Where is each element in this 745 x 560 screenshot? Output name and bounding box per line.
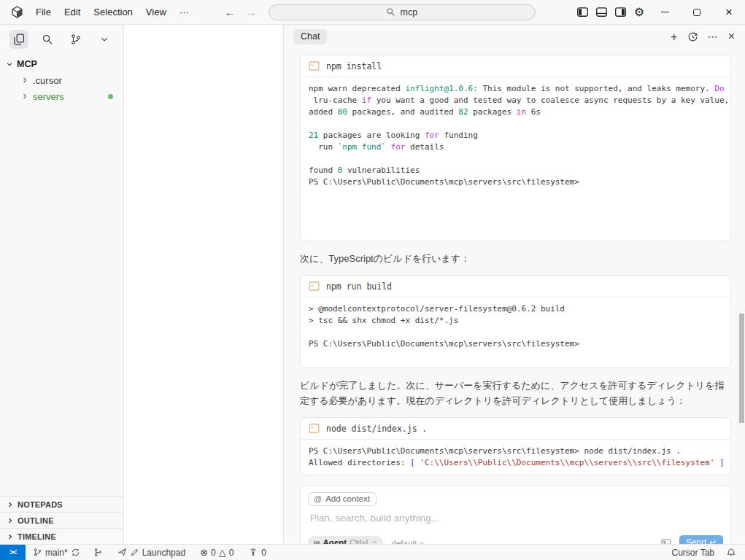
tree-root-mcp[interactable]: MCP [0,56,123,72]
infinity-icon: ∞ [314,537,320,544]
toggle-panel-left-icon[interactable] [573,3,592,22]
search-box[interactable]: mcp [269,4,536,20]
file-tree: MCP .cursor servers [0,56,123,104]
terminal-command: npm install [326,61,382,71]
chevron-down-icon[interactable] [95,30,114,49]
chat-scrollbar-thumb[interactable] [739,314,744,423]
terminal-card-header: npm install [301,55,730,77]
git-added-dot [108,94,113,99]
terminal-icon [309,423,320,434]
launchpad-button[interactable]: Launchpad [113,545,190,560]
terminal-output: > @modelcontextprotocol/server-filesyste… [301,298,730,368]
toggle-panel-right-icon[interactable] [611,3,630,22]
chat-input-box[interactable]: @ Add context Plan, search, build anythi… [300,485,731,544]
terminal-icon [309,281,320,292]
chevron-up-icon [419,540,425,545]
explorer-icon[interactable] [9,30,28,49]
menu-file[interactable]: File [29,4,58,20]
ports-status[interactable]: 0 [244,545,271,560]
terminal-card-header: npm run build [301,276,730,298]
close-chat-icon[interactable]: × [728,31,735,42]
assistant-message-text: ビルドが完了しました。次に、サーバーを実行するために、アクセスを許可するディレク… [300,378,731,408]
history-icon[interactable] [687,31,698,42]
menu-[interactable]: ··· [173,4,196,20]
tree-item-cursor[interactable]: .cursor [0,72,123,88]
menu-view[interactable]: View [139,4,173,20]
add-context-label: Add context [325,494,370,503]
section-outline[interactable]: OUTLINE [0,512,123,528]
agent-label: Agent [323,538,347,544]
chevron-right-icon [6,516,15,525]
root-folder-label: MCP [17,59,37,69]
chat-messages: npm installnpm warn deprecated inflight@… [300,55,731,475]
more-options-icon[interactable]: ⋯ [708,31,719,42]
model-picker[interactable]: default [392,539,425,545]
close-button[interactable]: × [713,0,745,24]
ports-count: 0 [261,548,266,558]
notifications-bell-icon[interactable] [722,548,745,558]
status-bar: >< main* Launchpad ⊗ 0 △ 0 0 Cursor Tab [0,544,745,560]
section-notepads[interactable]: NOTEPADS [0,496,123,512]
chevron-right-icon [20,92,29,101]
cursor-tab-status[interactable]: Cursor Tab [668,548,719,558]
chevron-right-icon [6,500,15,509]
app-window: FileEditSelectionView··· ← → mcp ⚙ × [0,0,745,560]
search-sidebar-icon[interactable] [38,30,57,49]
plane-icon [117,548,127,557]
model-label: default [392,539,417,545]
menu-selection[interactable]: Selection [87,4,139,20]
error-circle-icon: ⊗ [200,548,208,557]
folder-label: servers [33,91,64,102]
source-control-graph-button[interactable] [89,545,107,560]
search-icon [386,7,395,17]
send-button[interactable]: Send ↵ [679,535,723,544]
section-timeline[interactable]: TIMELINE [0,528,123,544]
editor-empty-area[interactable] [124,25,283,544]
problems-status[interactable]: ⊗ 0 △ 0 [196,545,238,560]
attach-image-icon[interactable] [660,537,672,545]
pen-icon [130,548,139,557]
search-value: mcp [400,7,417,18]
sidebar-sections: NOTEPADSOUTLINETIMELINE [0,496,123,544]
chat-input-placeholder[interactable]: Plan, search, build anything... [310,513,723,524]
folder-label: .cursor [33,75,62,86]
graph-branch-icon [93,548,103,557]
toggle-panel-bottom-icon[interactable] [592,3,611,22]
send-label: Send [686,537,706,544]
sidebar: MCP .cursor servers NOTEPADSOUTLIN [0,25,124,544]
terminal-card: npm installnpm warn deprecated inflight@… [300,55,731,241]
source-control-icon[interactable] [66,30,85,49]
chevron-right-icon [20,76,29,85]
settings-gear-icon[interactable]: ⚙ [630,3,649,22]
agent-shortcut: Ctrl+I [350,538,368,544]
menu-edit[interactable]: Edit [58,4,87,20]
broadcast-icon [248,548,258,558]
window-controls: ⚙ × [573,0,745,24]
warning-count: 0 [229,548,234,558]
new-chat-icon[interactable]: + [671,31,678,43]
sidebar-toolbar [0,27,123,52]
tree-item-servers[interactable]: servers [0,88,123,104]
terminal-card: npm run build> @modelcontextprotocol/ser… [300,275,731,368]
git-branch-status[interactable]: main* [28,545,85,560]
terminal-command: node dist/index.js . [326,424,427,434]
chat-tab[interactable]: Chat [293,29,327,44]
maximize-button[interactable] [681,0,713,24]
chevron-up-icon [371,540,377,544]
agent-mode-picker[interactable]: ∞ Agent Ctrl+I [308,536,383,544]
chevron-right-icon [6,532,15,541]
remote-indicator[interactable]: >< [0,545,26,560]
chat-panel-header: Chat + ⋯ × [284,25,745,48]
at-sign-icon: @ [314,494,322,503]
back-arrow-icon[interactable]: ← [225,6,236,18]
minimize-button[interactable] [649,0,681,24]
assistant-message-text: 次に、TypeScriptのビルドを行います： [300,251,731,266]
chevron-down-icon [5,60,14,69]
title-bar: FileEditSelectionView··· ← → mcp ⚙ × [0,0,745,25]
terminal-icon [309,61,320,71]
maximize-icon [693,9,700,16]
terminal-card-header: node dist/index.js . [301,418,730,440]
forward-arrow-icon[interactable]: → [246,6,257,18]
sync-icon [71,548,80,557]
add-context-chip[interactable]: @ Add context [308,492,377,506]
